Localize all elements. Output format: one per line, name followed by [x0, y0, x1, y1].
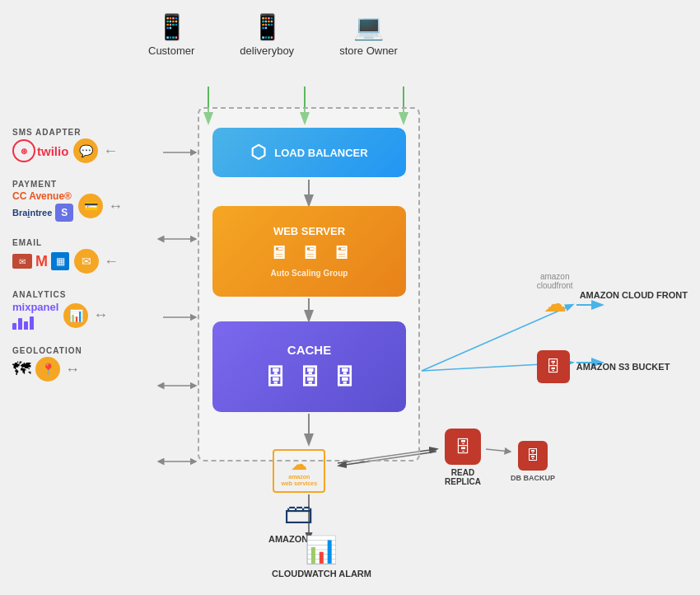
geo-circle-icon: 📍 [35, 357, 60, 382]
mixpanel-logo: mixpanel [12, 301, 58, 313]
replica-icon: 🗄 [445, 429, 481, 465]
cache-db-icon-1: 🗄 [264, 365, 286, 391]
twilio-circle: ⊛ [12, 139, 35, 162]
server-icon-1: 🖥 [269, 242, 287, 264]
email-logos: ✉ M ▦ [12, 252, 69, 270]
payment-label: PAYMENT [12, 180, 123, 189]
analytics-arrow: ↔ [93, 307, 108, 324]
email-label: EMAIL [12, 238, 123, 247]
aws-icon: ☁ [291, 454, 307, 474]
cache-db-icon-2: 🗄 [299, 365, 320, 391]
geolocation-service-group: GEOLOCATION 🗺 📍 ↔ [12, 346, 123, 382]
read-replica-block: 🗄 READREPLICA [445, 429, 481, 486]
mailgun-icon: ✉ [12, 254, 32, 269]
twilio-text: twilio [37, 144, 68, 158]
user-customer: 📱 Customer [148, 12, 194, 57]
chart-bar-2 [18, 318, 22, 330]
chart-bar-3 [24, 321, 28, 330]
backup-label: DB BACKUP [511, 474, 555, 482]
server-icon-3: 🖥 [332, 242, 350, 264]
analytics-service-group: ANALYTICS mixpanel 📊 ↔ [12, 290, 123, 330]
cloudfront-service: amazoncloudfront ☁ AMAZON CLOUD FRONT [537, 272, 688, 317]
web-server-block: WEB SERVER 🖥 🖥 🖥 Auto Scaling Group [212, 206, 406, 297]
aws-text: amazonweb services [281, 474, 317, 488]
cache-block: CACHE 🗄 🗄 🗄 [212, 321, 406, 412]
s3-label: AMAZON S3 BUCKET [576, 362, 670, 372]
deliveryboy-label: deliveryboy [240, 45, 294, 57]
cloudfront-icon-wrap: amazoncloudfront ☁ [537, 272, 573, 317]
cache-icons: 🗄 🗄 🗄 [264, 365, 355, 391]
web-server-label: WEB SERVER [273, 225, 345, 237]
sms-label: SMS ADAPTER [12, 128, 123, 137]
load-balancer-icon: ⬡ [250, 142, 266, 163]
aws-logo: ☁ amazonweb services [273, 449, 325, 493]
storeowner-icon: 💻 [353, 12, 384, 41]
cloudwatch-block: 📊 CLOUDWATCH ALARM [272, 534, 371, 579]
server-icon-2: 🖥 [301, 242, 319, 264]
load-balancer-block: ⬡ LOAD BALANCER [212, 128, 406, 177]
chart-bar-1 [12, 323, 16, 330]
geo-arrow: ↔ [65, 361, 80, 378]
cloudfront-label: AMAZON CLOUD FRONT [580, 290, 688, 300]
email-circle-icon: ✉ [74, 249, 99, 274]
payment-service-group: PAYMENT CC Avenue® Braintree S 💳 ↔ [12, 180, 123, 222]
replica-label: READREPLICA [445, 468, 481, 486]
twilio-logo: ⊛ twilio [12, 139, 68, 162]
customer-icon: 📱 [156, 12, 187, 41]
email-arrow: ← [104, 253, 119, 270]
analytics-logos: mixpanel [12, 301, 58, 330]
amazon-rds-block: ☁ amazonweb services 🗃 AMAZON RDS [268, 449, 330, 544]
server-icons: 🖥 🖥 🖥 [269, 242, 350, 264]
user-row: 📱 Customer 📱 deliveryboy 💻 store Owner [148, 12, 398, 57]
email-service-group: EMAIL ✉ M ▦ ✉ ← [12, 238, 123, 274]
s3-service: 🗄 AMAZON S3 BUCKET [537, 350, 688, 383]
asg-label: Auto Scaling Group [271, 269, 348, 278]
gmail-icon: M [35, 253, 48, 270]
svg-line-13 [486, 449, 511, 452]
customer-label: Customer [148, 45, 194, 57]
cache-db-icon-3: 🗄 [334, 365, 355, 391]
analytics-label: ANALYTICS [12, 290, 123, 299]
user-deliveryboy: 📱 deliveryboy [240, 12, 294, 57]
backup-icon: 🗄 [518, 441, 548, 471]
cloudwatch-label: CLOUDWATCH ALARM [272, 569, 371, 579]
cloudfront-brand: amazoncloudfront [537, 272, 573, 290]
chart-bar-4 [30, 316, 34, 330]
db-backup-block: 🗄 DB BACKUP [511, 441, 555, 482]
payment-logos: CC Avenue® Braintree S [12, 190, 73, 222]
payment-circle-icon: 💳 [78, 194, 103, 218]
cloudwatch-icon: 📊 [305, 534, 338, 565]
deliveryboy-icon: 📱 [252, 12, 282, 41]
rds-icon: 🗃 [284, 496, 314, 531]
geolocation-label: GEOLOCATION [12, 346, 123, 355]
payment-arrow: ↔ [108, 198, 123, 215]
sms-arrow: ← [103, 143, 118, 160]
stripe-logo: S [55, 204, 73, 222]
storeowner-label: store Owner [339, 45, 398, 57]
googlemaps-logo: 🗺 [12, 358, 30, 380]
s3-icon: 🗄 [537, 350, 570, 383]
cloudfront-icon: ☁ [544, 290, 567, 317]
ccavenue-logo: CC Avenue® [12, 190, 73, 202]
right-services-panel: amazoncloudfront ☁ AMAZON CLOUD FRONT 🗄 … [537, 272, 688, 383]
cache-label: CACHE [287, 343, 331, 357]
load-balancer-label: LOAD BALANCER [274, 147, 367, 159]
user-storeowner: 💻 store Owner [339, 12, 398, 57]
analytics-circle-icon: 📊 [63, 303, 88, 328]
ms-icon: ▦ [51, 252, 69, 270]
braintree-logo: Braintree [12, 208, 52, 218]
sms-service-group: SMS ADAPTER ⊛ twilio 💬 ← [12, 128, 123, 163]
architecture-diagram: 📱 Customer 📱 deliveryboy 💻 store Owner ⬡… [0, 0, 700, 595]
left-services-panel: SMS ADAPTER ⊛ twilio 💬 ← PAYMENT CC Aven… [12, 128, 123, 391]
sms-circle-icon: 💬 [73, 138, 98, 163]
